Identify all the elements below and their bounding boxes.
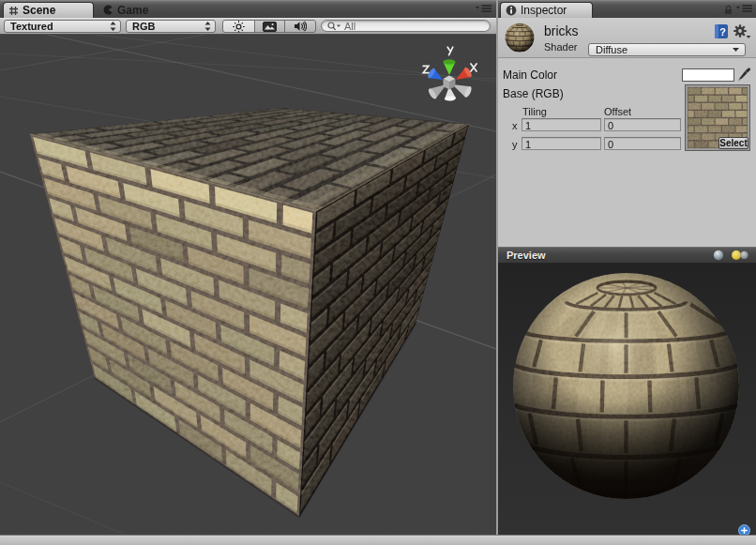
help-book-icon: ? [714, 23, 730, 39]
material-ball-preview [505, 23, 535, 53]
base-texture-label: Base (RGB) [503, 87, 564, 100]
preview-light-toggle[interactable] [730, 250, 750, 261]
offset-y-input[interactable] [605, 140, 680, 151]
lock-icon [723, 5, 733, 15]
tab-scene[interactable]: Scene [3, 2, 94, 18]
preview-panel: Preview [498, 247, 756, 535]
speaker-icon [294, 21, 307, 32]
tab-game[interactable]: Game [98, 2, 154, 18]
material-properties: Main Color Base (RGB) Tiling Offset x y [498, 58, 756, 247]
scene-panel: Scene Game Textured [0, 0, 496, 535]
help-button[interactable]: ? [714, 23, 730, 39]
scene-tabbar-menu[interactable] [476, 4, 492, 14]
lighting-toggle-button[interactable] [222, 20, 255, 33]
image-icon [263, 22, 277, 32]
offset-x-input[interactable] [605, 121, 680, 132]
scene-viewport[interactable] [0, 35, 496, 535]
shader-label: Shader [544, 41, 577, 53]
help-glyph: ? [719, 26, 726, 38]
inspector-panel: Inspector bricks Shader Diffuse [498, 0, 756, 247]
material-header: bricks Shader Diffuse ? [498, 18, 756, 58]
preview-body[interactable] [498, 264, 756, 535]
tiling-x-label: x [512, 120, 518, 131]
sphere-icon [713, 250, 724, 261]
tab-game-label: Game [117, 4, 148, 17]
material-name: bricks [544, 23, 579, 38]
gear-icon [733, 23, 751, 39]
search-input[interactable] [344, 21, 457, 32]
scene-grid-icon [8, 6, 19, 16]
draw-mode-dropdown[interactable]: Textured [4, 20, 121, 33]
tiling-x-field[interactable] [522, 118, 601, 131]
main-color-swatch[interactable] [682, 68, 734, 82]
eyedropper-button[interactable] [738, 67, 751, 83]
preview-title: Preview [507, 250, 546, 261]
light-toggle-icon [731, 250, 749, 261]
eyedropper-icon [738, 67, 751, 83]
main-color-label: Main Color [503, 68, 557, 82]
shader-value: Diffuse [596, 44, 627, 55]
material-menu-button[interactable] [733, 23, 751, 39]
preview-header[interactable]: Preview [498, 247, 756, 264]
sun-icon [233, 21, 245, 33]
tab-inspector[interactable]: Inspector [500, 2, 593, 18]
color-mode-value: RGB [132, 21, 155, 32]
scene-search-field[interactable] [321, 20, 491, 32]
tab-scene-label: Scene [23, 4, 55, 17]
offset-x-field[interactable] [604, 118, 681, 131]
panel-menu-icon [476, 4, 492, 14]
offset-y-field[interactable] [604, 137, 681, 150]
unity-editor-window: Scene Game Textured [0, 0, 756, 545]
tiling-y-label: y [512, 139, 518, 150]
scene-tabbar: Scene Game [0, 0, 496, 18]
tiling-x-input[interactable] [522, 121, 600, 132]
tab-inspector-label: Inspector [521, 4, 567, 17]
chevron-down-icon [733, 48, 739, 52]
scene-fx-button[interactable] [254, 20, 285, 33]
base-texture-thumbnail[interactable]: Select [685, 84, 750, 151]
preview-mesh-button[interactable] [710, 250, 726, 261]
inspector-tabbar: Inspector [498, 0, 756, 18]
draw-mode-value: Textured [10, 21, 53, 32]
game-icon [103, 5, 113, 15]
tiling-y-input[interactable] [522, 140, 600, 151]
color-mode-dropdown[interactable]: RGB [126, 20, 216, 33]
updown-arrows-icon [204, 22, 211, 31]
shader-dropdown[interactable]: Diffuse [588, 43, 746, 56]
tiling-label: Tiling [522, 106, 547, 117]
updown-arrows-icon [110, 22, 116, 31]
texture-select-label: Select [719, 138, 747, 148]
info-icon [506, 5, 517, 16]
inspector-tabbar-menu[interactable] [736, 4, 753, 14]
audio-toggle-button[interactable] [284, 20, 316, 33]
scene-toolbar: Textured RGB [0, 18, 496, 35]
offset-label: Offset [604, 106, 631, 117]
panel-menu-icon [736, 4, 753, 14]
tiling-y-field[interactable] [522, 137, 601, 150]
material-sphere-preview [498, 264, 756, 535]
status-bar [0, 535, 756, 545]
texture-select-button[interactable]: Select [718, 137, 748, 149]
search-icon [327, 22, 341, 31]
